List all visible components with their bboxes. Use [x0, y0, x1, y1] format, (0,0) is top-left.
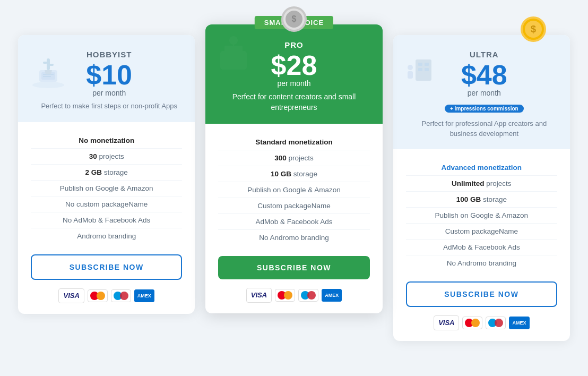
feature-item: Publish on Google & Amazon: [31, 181, 182, 196]
pro-features: Standard monetization 300 projects 10 GB…: [218, 134, 369, 245]
ultra-description: Perfect for professional App creators an…: [409, 119, 559, 138]
svg-rect-20: [416, 59, 431, 81]
pricing-container: HOBBYIST $10 per month Perfect to make f…: [13, 24, 575, 351]
feature-item: Andromo branding: [31, 228, 182, 244]
hobbyist-header: HOBBYIST $10 per month Perfect to make f…: [18, 35, 195, 122]
feature-item: Custom packageName: [406, 224, 557, 240]
visa-icon: VISA: [246, 288, 272, 303]
svg-rect-23: [418, 68, 422, 71]
feature-item: Custom packageName: [218, 198, 369, 214]
feature-item: Standard monetization: [218, 134, 369, 150]
pro-header: PRO $28 per month Perfect for content cr…: [205, 24, 382, 123]
hobbyist-description: Perfect to make first steps or non-profi…: [34, 101, 184, 111]
svg-rect-21: [418, 63, 422, 66]
feature-item: 2 GB storage: [31, 165, 182, 181]
feature-item: AdMob & Facebook Ads: [406, 240, 557, 255]
hobbyist-illustration: [24, 44, 72, 93]
feature-item: Advanced monetization: [406, 160, 557, 176]
svg-rect-26: [408, 71, 413, 79]
svg-rect-24: [425, 68, 429, 71]
amex-icon: AMEX: [509, 317, 529, 329]
coin-icon: $: [519, 15, 549, 45]
svg-rect-6: [43, 62, 47, 64]
pro-body: Standard monetization 300 projects 10 GB…: [205, 124, 382, 313]
feature-item: No custom packageName: [31, 196, 182, 212]
feature-item: 100 GB storage: [406, 192, 557, 208]
amex-icon: AMEX: [322, 289, 342, 302]
svg-point-25: [408, 65, 413, 70]
pro-illustration: [210, 30, 257, 80]
pro-subscribe-button[interactable]: SUBSCRIBE NOW: [218, 256, 369, 279]
feature-item: Publish on Google & Amazon: [218, 182, 369, 198]
feature-item: 30 projects: [31, 149, 182, 165]
pro-payment-icons: VISA AMEX: [218, 288, 369, 303]
maestro-icon: [111, 289, 131, 302]
svg-text:$: $: [531, 24, 536, 35]
mastercard-icon: [88, 289, 108, 302]
hobbyist-body: No monetization 30 projects 2 GB storage…: [18, 122, 195, 314]
pro-card: $ SMART CHOICE PRO $28 per month Perfect…: [205, 24, 382, 313]
svg-point-14: [229, 36, 238, 45]
hobbyist-payment-icons: VISA AMEX: [31, 288, 182, 303]
feature-item: No monetization: [31, 133, 182, 149]
svg-rect-12: [220, 51, 247, 70]
pro-description: Perfect for content creators and small e…: [216, 92, 371, 113]
maestro-icon: [298, 289, 318, 302]
ultra-illustration: [400, 44, 447, 93]
mastercard-icon: [462, 317, 482, 329]
visa-icon: VISA: [58, 288, 84, 303]
feature-item: Unlimited projects: [406, 176, 557, 192]
feature-item: 10 GB storage: [218, 166, 369, 182]
feature-item: 300 projects: [218, 150, 369, 166]
svg-rect-22: [425, 63, 429, 66]
amex-icon: AMEX: [134, 289, 154, 302]
ultra-payment-icons: VISA AMEX: [406, 315, 557, 330]
feature-item: Publish on Google & Amazon: [406, 208, 557, 224]
ultra-body: Advanced monetization Unlimited projects…: [393, 149, 570, 341]
ultra-card: $ ULTRA $48 pe: [393, 35, 570, 340]
impressions-badge: + Impressions commission: [445, 105, 524, 113]
ultra-header: ULTRA $48 per month + Impressions commis…: [393, 35, 570, 149]
feature-item: No Andromo branding: [406, 255, 557, 271]
maestro-icon: [486, 317, 506, 329]
pro-period: per month: [216, 79, 371, 88]
feature-item: AdMob & Facebook Ads: [218, 214, 369, 230]
visa-icon: VISA: [434, 315, 459, 330]
feature-item: No AdMob & Facebook Ads: [31, 212, 182, 228]
ultra-subscribe-button[interactable]: SUBSCRIBE NOW: [406, 281, 557, 307]
ultra-features: Advanced monetization Unlimited projects…: [406, 160, 557, 271]
mastercard-icon: [275, 289, 295, 302]
hobbyist-subscribe-button[interactable]: SUBSCRIBE NOW: [31, 254, 182, 280]
hobbyist-features: No monetization 30 projects 2 GB storage…: [31, 133, 182, 244]
svg-rect-5: [47, 58, 50, 70]
svg-point-0: [32, 82, 64, 88]
medal-icon: $: [279, 4, 309, 34]
svg-rect-7: [49, 64, 54, 66]
hobbyist-card: HOBBYIST $10 per month Perfect to make f…: [18, 35, 195, 313]
feature-item: No Andromo branding: [218, 230, 369, 245]
svg-text:$: $: [292, 14, 297, 23]
